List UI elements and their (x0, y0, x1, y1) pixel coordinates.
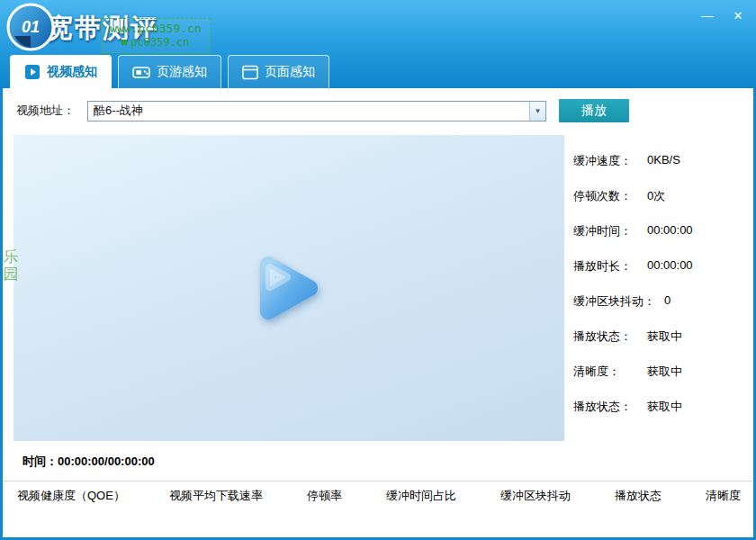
metric-buffer-ratio: 缓冲时间占比 (386, 488, 456, 504)
titlebar: 01 宽带测评 www.pc0359.cn pc0359.cn — ✕ (0, 0, 756, 88)
app-window: 01 宽带测评 www.pc0359.cn pc0359.cn — ✕ (0, 0, 756, 540)
tab-label: 视频感知 (47, 64, 97, 80)
stat-label: 清晰度： (573, 364, 638, 380)
stat-label: 缓冲时间： (573, 223, 638, 239)
time-display: 时间：00:00:00/00:00:00 (22, 454, 155, 470)
video-player-area (14, 135, 564, 441)
metrics-row: 视频健康度（QOE） 视频平均下载速率 停顿率 缓冲时间占比 缓冲区块抖动 播放… (17, 488, 741, 504)
stat-row-buffer-speed: 缓冲速度： 0KB/S (573, 153, 752, 169)
tab-bar: 视频感知 页游感知 (10, 55, 329, 88)
logo-icon: 01 (5, 2, 56, 52)
stat-value: 获取中 (647, 364, 682, 380)
stat-value: 获取中 (647, 399, 682, 415)
stat-row-clarity: 清晰度： 获取中 (573, 364, 752, 380)
stat-value: 0 (664, 293, 670, 310)
stat-row-buffer-jitter: 缓冲区块抖动： 0 (573, 293, 752, 310)
watermark-url: www.pc0359.cn (110, 22, 202, 36)
stat-row-buffer-time: 缓冲时间： 00:00:00 (573, 223, 752, 239)
tab-webgame-perception[interactable]: 页游感知 (118, 55, 221, 88)
metric-qoe: 视频健康度（QOE） (17, 488, 125, 504)
side-watermark-char: 乐 (2, 248, 20, 266)
stat-value: 00:00:00 (647, 258, 693, 274)
stat-row-play-duration: 播放时长： 00:00:00 (573, 258, 752, 274)
stat-label: 播放时长： (573, 258, 638, 274)
main-content: 视频地址： 酷6--战神 ▼ 播放 乐 (3, 88, 753, 537)
play-button[interactable]: 播放 (559, 99, 629, 122)
stat-label: 缓冲区块抖动： (573, 293, 655, 310)
video-address-select[interactable]: 酷6--战神 ▼ (87, 101, 546, 122)
metric-clarity: 清晰度 (706, 488, 741, 504)
metric-play-status: 播放状态 (615, 488, 662, 504)
site-watermark: www.pc0359.cn pc0359.cn (101, 18, 211, 53)
tab-label: 页游感知 (157, 64, 207, 80)
metric-pause-rate: 停顿率 (307, 488, 342, 504)
stat-label: 停顿次数： (573, 188, 638, 204)
stat-value: 0KB/S (647, 153, 680, 169)
stat-label: 缓冲速度： (573, 153, 638, 169)
stat-value: 获取中 (647, 328, 682, 345)
page-window-icon (242, 65, 258, 80)
watermark-domain: pc0359.cn (130, 36, 189, 49)
minimize-button[interactable]: — (698, 8, 716, 24)
stat-value: 0次 (647, 188, 665, 204)
bullet-icon (122, 40, 127, 45)
tab-label: 页面感知 (265, 64, 315, 80)
side-watermark-char: 园 (2, 266, 20, 283)
stat-row-play-status: 播放状态： 获取中 (573, 328, 752, 345)
video-play-icon (24, 64, 40, 80)
footer-divider (3, 481, 753, 482)
stats-panel: 缓冲速度： 0KB/S 停顿次数： 0次 缓冲时间： 00:00:00 播放时长… (573, 153, 752, 434)
site-watermark-logo: 01 (5, 2, 56, 52)
svg-text:01: 01 (22, 18, 40, 36)
window-controls: — ✕ (698, 8, 747, 24)
tab-page-perception[interactable]: 页面感知 (228, 55, 329, 88)
metric-avg-download: 视频平均下载速率 (169, 488, 263, 504)
video-address-label: 视频地址： (16, 103, 75, 119)
stat-row-play-status-2: 播放状态： 获取中 (573, 399, 752, 415)
tab-video-perception[interactable]: 视频感知 (10, 55, 112, 88)
video-address-row: 视频地址： 酷6--战神 ▼ 播放 (16, 99, 629, 122)
metric-buffer-jitter: 缓冲区块抖动 (500, 488, 571, 504)
selected-video: 酷6--战神 (88, 103, 529, 119)
big-play-icon[interactable] (250, 248, 328, 328)
stat-value: 00:00:00 (647, 223, 693, 239)
stat-label: 播放状态： (573, 328, 638, 345)
dropdown-arrow-icon: ▼ (529, 102, 545, 121)
stat-label: 播放状态： (573, 399, 638, 415)
gamepad-icon (132, 65, 150, 80)
side-watermark: 乐 园 (2, 248, 20, 283)
close-button[interactable]: ✕ (729, 8, 747, 24)
stat-row-pause-count: 停顿次数： 0次 (573, 188, 752, 204)
